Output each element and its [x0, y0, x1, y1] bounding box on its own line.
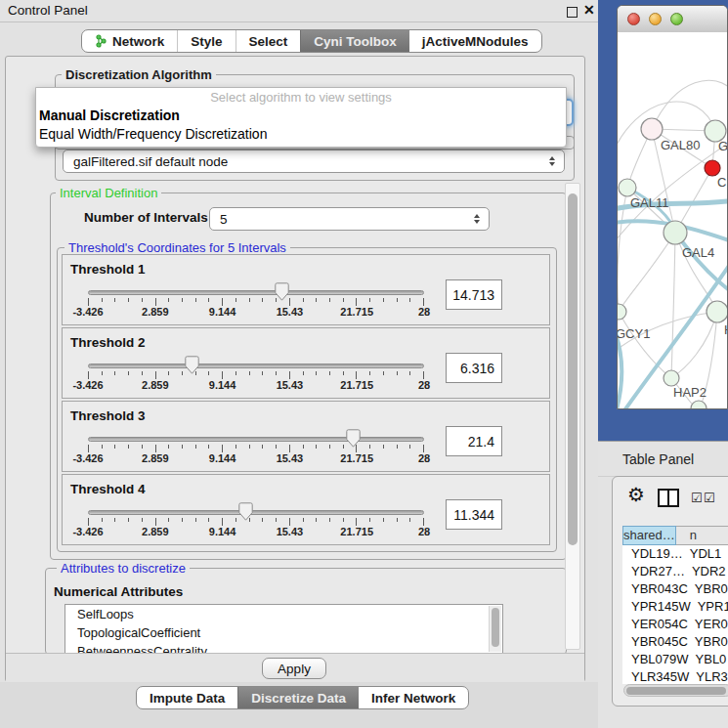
- tab-select[interactable]: Select: [236, 30, 301, 52]
- apply-button[interactable]: Apply: [262, 658, 326, 679]
- table-cell[interactable]: YPR145W: [622, 598, 691, 616]
- table-cell[interactable]: YBR0: [688, 633, 728, 651]
- slider-track: [88, 510, 424, 515]
- tab-jactivemnodules[interactable]: jActiveMNodules: [409, 30, 541, 52]
- checkbox-icon[interactable]: ☑: [704, 492, 715, 504]
- table-cell[interactable]: YBR0: [688, 580, 728, 598]
- network-node-h[interactable]: [707, 301, 727, 322]
- table-cell[interactable]: YDL1: [683, 545, 728, 563]
- table-cell[interactable]: YLR3: [689, 668, 728, 684]
- num-intervals-combo[interactable]: 5: [209, 207, 490, 231]
- table-cell[interactable]: YER054C: [622, 616, 688, 633]
- threshold-label: Threshold 3: [70, 408, 146, 423]
- network-node-gcy1[interactable]: [618, 304, 626, 320]
- scrollbar-thumb[interactable]: [492, 608, 499, 647]
- table-cell[interactable]: YPR1: [691, 598, 728, 616]
- slider-thumb[interactable]: [185, 356, 199, 374]
- slider-thumb[interactable]: [275, 282, 289, 301]
- interval-definition-label: Interval Definition: [56, 186, 161, 200]
- tick-label: 28: [418, 526, 430, 537]
- algorithm-group-label: Discretization Algorithm: [62, 67, 216, 82]
- table-row[interactable]: YBR045CYBR0: [622, 633, 728, 651]
- dropdown-option-equal-width[interactable]: Equal Width/Frequency Discretization: [36, 125, 566, 144]
- minimize-traffic-light-icon[interactable]: [649, 13, 662, 25]
- attribute-item[interactable]: SelfLoops: [65, 605, 502, 623]
- network-window-titlebar[interactable]: [618, 6, 727, 33]
- table-row[interactable]: YBR043CYBR0: [622, 580, 728, 598]
- slider-thumb[interactable]: [238, 502, 253, 521]
- table-row[interactable]: YPR145WYPR1: [622, 598, 728, 616]
- close-traffic-light-icon[interactable]: [627, 13, 640, 25]
- panel-title: Control Panel: [8, 3, 88, 18]
- scrollbar-thumb[interactable]: [568, 193, 578, 545]
- scrollbar-thumb[interactable]: [626, 687, 726, 695]
- table-cell[interactable]: YDR27…: [622, 563, 685, 580]
- columns-icon[interactable]: [658, 489, 679, 507]
- tick-label: -3.426: [72, 379, 103, 391]
- threshold-row: Threshold 4-3.4262.8599.14415.4321.71528…: [62, 474, 550, 545]
- table-hscrollbar[interactable]: [623, 684, 728, 697]
- tab-style[interactable]: Style: [177, 30, 235, 52]
- slider-tick-labels: -3.4262.8599.14415.4321.71528: [88, 526, 424, 537]
- column-header-shared-name[interactable]: shared…: [622, 526, 676, 545]
- table-cell[interactable]: YLR345W: [622, 668, 689, 684]
- column-header-name[interactable]: n: [676, 526, 728, 545]
- checkbox-icon[interactable]: ☑: [691, 492, 703, 504]
- table-cell[interactable]: YBR043C: [622, 580, 688, 598]
- tick-label: 9.144: [209, 452, 236, 464]
- node-label: GA: [718, 139, 727, 153]
- threshold-value[interactable]: 21.4: [446, 426, 502, 456]
- table-row[interactable]: YER054CYER0: [622, 616, 728, 633]
- threshold-slider[interactable]: -3.4262.8599.14415.4321.71528: [88, 510, 424, 537]
- threshold-value[interactable]: 14.713: [446, 279, 502, 310]
- zoom-traffic-light-icon[interactable]: [670, 13, 683, 25]
- attributes-scrollbar[interactable]: [489, 606, 501, 652]
- network-node-selected-red[interactable]: [705, 160, 720, 176]
- table-row[interactable]: YDR27…YDR2: [622, 563, 728, 580]
- network-canvas[interactable]: GAL80 GA C GAL11 GAL4 GCY1 H HAP2: [618, 32, 727, 409]
- slider-thumb[interactable]: [346, 429, 361, 448]
- table-row[interactable]: YLR345WYLR3: [622, 668, 728, 684]
- node-label: GAL4: [682, 245, 714, 260]
- node-label: H: [724, 322, 727, 337]
- table-data-value: galFiltered.sif default node: [73, 154, 228, 169]
- close-icon[interactable]: ✕: [583, 2, 595, 18]
- thresholds-group-label: Threshold's Coordinates for 5 Intervals: [64, 240, 290, 255]
- table-cell[interactable]: YBL0: [689, 651, 728, 668]
- network-node-bottom[interactable]: [691, 401, 707, 409]
- dropdown-option-manual-discretization[interactable]: Manual Discretization: [36, 107, 566, 125]
- tab-network[interactable]: Network: [82, 30, 177, 52]
- table-cell[interactable]: YBL079W: [622, 651, 689, 668]
- tab-discretize-data[interactable]: Discretize Data: [237, 687, 359, 708]
- table-cell[interactable]: YER0: [688, 616, 728, 633]
- table-cell[interactable]: YDR2: [685, 563, 728, 580]
- table-header-row: shared… n: [622, 526, 728, 545]
- cyni-tabs: Impute DataDiscretize DataInfer Network: [136, 686, 469, 709]
- panel-scrollbar[interactable]: [565, 183, 580, 650]
- tab-infer-network[interactable]: Infer Network: [359, 687, 468, 708]
- table-cell[interactable]: YDL19…: [622, 545, 683, 563]
- tab-impute-data[interactable]: Impute Data: [137, 687, 237, 708]
- tick-label: 28: [418, 379, 430, 391]
- threshold-slider[interactable]: -3.4262.8599.14415.4321.71528: [88, 437, 424, 464]
- threshold-value[interactable]: 6.316: [446, 353, 502, 383]
- tab-cyni-toolbox[interactable]: Cyni Toolbox: [300, 30, 409, 52]
- tick-label: 9.144: [209, 306, 236, 318]
- float-window-icon[interactable]: [567, 7, 578, 18]
- tick-label: 21.715: [340, 379, 373, 391]
- network-node-gal4[interactable]: [664, 221, 687, 244]
- network-node-hap2[interactable]: [664, 370, 679, 386]
- table-row[interactable]: YBL079WYBL0: [622, 651, 728, 668]
- table-panel-title: Table Panel: [622, 451, 694, 467]
- attribute-item[interactable]: TopologicalCoefficient: [65, 623, 502, 642]
- threshold-slider[interactable]: -3.4262.8599.14415.4321.71528: [88, 290, 424, 318]
- table-data-combo[interactable]: galFiltered.sif default node: [63, 150, 565, 173]
- threshold-slider[interactable]: -3.4262.8599.14415.4321.71528: [88, 364, 424, 391]
- table-cell[interactable]: YBR045C: [622, 633, 688, 651]
- gear-icon[interactable]: ⚙: [627, 484, 645, 505]
- network-node-gal80[interactable]: [641, 118, 663, 140]
- threshold-value[interactable]: 11.344: [446, 499, 502, 530]
- network-node-gal11[interactable]: [619, 179, 636, 196]
- table-row[interactable]: YDL19…YDL1: [622, 545, 728, 563]
- network-icon: [95, 34, 107, 48]
